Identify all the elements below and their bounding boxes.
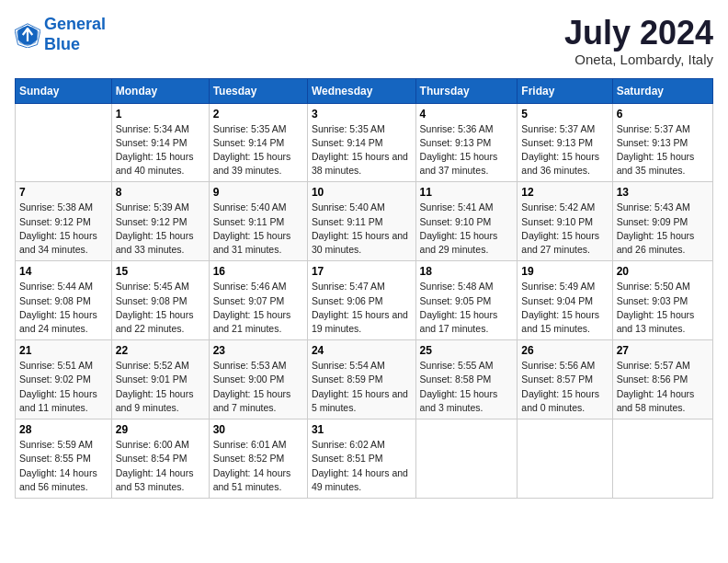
day-number: 27 [617,344,709,357]
calendar-week-row: 14Sunrise: 5:44 AMSunset: 9:08 PMDayligh… [16,261,713,340]
day-info: Sunrise: 5:35 AMSunset: 9:14 PMDaylight:… [312,122,412,178]
day-info: Sunrise: 5:40 AMSunset: 9:11 PMDaylight:… [213,201,303,257]
calendar-cell: 24Sunrise: 5:54 AMSunset: 8:59 PMDayligh… [307,340,415,419]
day-info: Sunrise: 5:37 AMSunset: 9:13 PMDaylight:… [521,122,608,178]
calendar-cell: 18Sunrise: 5:48 AMSunset: 9:05 PMDayligh… [415,261,518,340]
day-info: Sunrise: 5:54 AMSunset: 8:59 PMDaylight:… [312,359,412,415]
calendar-cell: 19Sunrise: 5:49 AMSunset: 9:04 PMDayligh… [518,261,612,340]
page-header: General Blue July 2024 Oneta, Lombardy, … [15,15,713,67]
day-number: 15 [116,265,205,278]
day-number: 22 [116,344,205,357]
title-area: July 2024 Oneta, Lombardy, Italy [564,15,713,67]
calendar-cell: 23Sunrise: 5:53 AMSunset: 9:00 PMDayligh… [209,340,307,419]
day-info: Sunrise: 5:48 AMSunset: 9:05 PMDaylight:… [420,280,514,336]
day-number: 28 [19,423,108,436]
day-info: Sunrise: 5:40 AMSunset: 9:11 PMDaylight:… [312,201,412,257]
calendar-cell: 26Sunrise: 5:56 AMSunset: 8:57 PMDayligh… [518,340,612,419]
day-info: Sunrise: 5:49 AMSunset: 9:04 PMDaylight:… [521,280,608,336]
day-info: Sunrise: 5:51 AMSunset: 9:02 PMDaylight:… [19,359,108,415]
calendar-cell: 25Sunrise: 5:55 AMSunset: 8:58 PMDayligh… [415,340,518,419]
weekday-header: Monday [111,78,209,103]
day-number: 17 [312,265,412,278]
calendar-cell: 1Sunrise: 5:34 AMSunset: 9:14 PMDaylight… [111,103,209,182]
calendar-cell: 6Sunrise: 5:37 AMSunset: 9:13 PMDaylight… [612,103,712,182]
day-number: 24 [312,344,412,357]
logo: General Blue [15,15,106,54]
day-number: 5 [521,108,608,121]
day-number: 4 [420,108,514,121]
day-number: 20 [617,265,709,278]
calendar-cell: 3Sunrise: 5:35 AMSunset: 9:14 PMDaylight… [307,103,415,182]
calendar-week-row: 1Sunrise: 5:34 AMSunset: 9:14 PMDaylight… [16,103,713,182]
location: Oneta, Lombardy, Italy [564,52,713,67]
day-number: 26 [521,344,608,357]
day-info: Sunrise: 5:37 AMSunset: 9:13 PMDaylight:… [617,122,709,178]
calendar-cell: 30Sunrise: 6:01 AMSunset: 8:52 PMDayligh… [209,419,307,499]
calendar-cell: 9Sunrise: 5:40 AMSunset: 9:11 PMDaylight… [209,182,307,261]
day-info: Sunrise: 5:52 AMSunset: 9:01 PMDaylight:… [116,359,205,415]
day-info: Sunrise: 5:39 AMSunset: 9:12 PMDaylight:… [116,201,205,257]
calendar-cell: 31Sunrise: 6:02 AMSunset: 8:51 PMDayligh… [307,419,415,499]
calendar-cell: 29Sunrise: 6:00 AMSunset: 8:54 PMDayligh… [111,419,209,499]
day-number: 29 [116,423,205,436]
weekday-header: Wednesday [307,78,415,103]
logo-icon [15,22,40,48]
day-info: Sunrise: 5:57 AMSunset: 8:56 PMDaylight:… [617,359,709,415]
day-info: Sunrise: 5:43 AMSunset: 9:09 PMDaylight:… [617,201,709,257]
logo-name: General Blue [44,15,106,54]
day-info: Sunrise: 5:41 AMSunset: 9:10 PMDaylight:… [420,201,514,257]
calendar-cell: 17Sunrise: 5:47 AMSunset: 9:06 PMDayligh… [307,261,415,340]
calendar-cell: 10Sunrise: 5:40 AMSunset: 9:11 PMDayligh… [307,182,415,261]
calendar-cell [415,419,518,499]
day-info: Sunrise: 5:44 AMSunset: 9:08 PMDaylight:… [19,280,108,336]
day-number: 10 [312,186,412,199]
day-number: 7 [19,186,108,199]
calendar-table: SundayMondayTuesdayWednesdayThursdayFrid… [15,78,713,499]
day-number: 19 [521,265,608,278]
day-info: Sunrise: 5:45 AMSunset: 9:08 PMDaylight:… [116,280,205,336]
day-number: 18 [420,265,514,278]
day-number: 31 [312,423,412,436]
day-info: Sunrise: 5:55 AMSunset: 8:58 PMDaylight:… [420,359,514,415]
calendar-cell: 16Sunrise: 5:46 AMSunset: 9:07 PMDayligh… [209,261,307,340]
calendar-cell [612,419,712,499]
day-info: Sunrise: 5:46 AMSunset: 9:07 PMDaylight:… [213,280,303,336]
calendar-cell: 2Sunrise: 5:35 AMSunset: 9:14 PMDaylight… [209,103,307,182]
day-info: Sunrise: 5:36 AMSunset: 9:13 PMDaylight:… [420,122,514,178]
calendar-cell: 5Sunrise: 5:37 AMSunset: 9:13 PMDaylight… [518,103,612,182]
day-info: Sunrise: 5:56 AMSunset: 8:57 PMDaylight:… [521,359,608,415]
day-info: Sunrise: 5:47 AMSunset: 9:06 PMDaylight:… [312,280,412,336]
calendar-cell: 7Sunrise: 5:38 AMSunset: 9:12 PMDaylight… [16,182,112,261]
day-info: Sunrise: 5:53 AMSunset: 9:00 PMDaylight:… [213,359,303,415]
day-info: Sunrise: 5:42 AMSunset: 9:10 PMDaylight:… [521,201,608,257]
calendar-cell: 28Sunrise: 5:59 AMSunset: 8:55 PMDayligh… [16,419,112,499]
day-info: Sunrise: 5:34 AMSunset: 9:14 PMDaylight:… [116,122,205,178]
day-number: 14 [19,265,108,278]
day-info: Sunrise: 5:50 AMSunset: 9:03 PMDaylight:… [617,280,709,336]
day-number: 30 [213,423,303,436]
day-number: 11 [420,186,514,199]
day-number: 3 [312,108,412,121]
day-info: Sunrise: 5:59 AMSunset: 8:55 PMDaylight:… [19,438,108,494]
weekday-header: Sunday [16,78,112,103]
day-number: 25 [420,344,514,357]
calendar-cell [16,103,112,182]
calendar-cell: 15Sunrise: 5:45 AMSunset: 9:08 PMDayligh… [111,261,209,340]
calendar-cell: 21Sunrise: 5:51 AMSunset: 9:02 PMDayligh… [16,340,112,419]
calendar-week-row: 28Sunrise: 5:59 AMSunset: 8:55 PMDayligh… [16,419,713,499]
calendar-cell [518,419,612,499]
calendar-week-row: 21Sunrise: 5:51 AMSunset: 9:02 PMDayligh… [16,340,713,419]
day-number: 16 [213,265,303,278]
day-number: 1 [116,108,205,121]
weekday-header: Thursday [415,78,518,103]
calendar-cell: 14Sunrise: 5:44 AMSunset: 9:08 PMDayligh… [16,261,112,340]
day-number: 9 [213,186,303,199]
calendar-cell: 13Sunrise: 5:43 AMSunset: 9:09 PMDayligh… [612,182,712,261]
calendar-cell: 11Sunrise: 5:41 AMSunset: 9:10 PMDayligh… [415,182,518,261]
calendar-cell: 4Sunrise: 5:36 AMSunset: 9:13 PMDaylight… [415,103,518,182]
calendar-week-row: 7Sunrise: 5:38 AMSunset: 9:12 PMDaylight… [16,182,713,261]
calendar-cell: 8Sunrise: 5:39 AMSunset: 9:12 PMDaylight… [111,182,209,261]
day-number: 13 [617,186,709,199]
weekday-header: Friday [518,78,612,103]
weekday-header-row: SundayMondayTuesdayWednesdayThursdayFrid… [16,78,713,103]
